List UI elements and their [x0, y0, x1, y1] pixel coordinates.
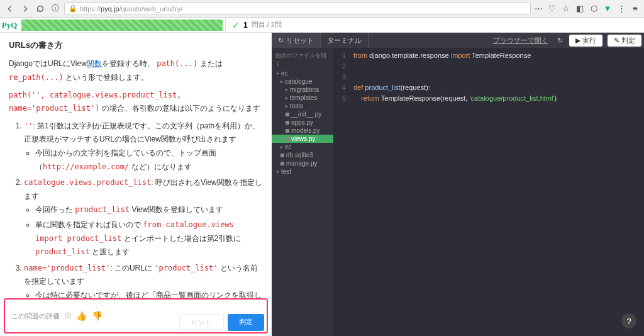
- tree-item-label: templates: [290, 94, 317, 101]
- help-fab[interactable]: ?: [621, 313, 636, 328]
- url-text: https://pyq.jp/quests/web_urls/try/: [80, 5, 182, 13]
- tree-folder[interactable]: ▸templates: [272, 94, 333, 102]
- editor-panel: ↻リセット ターミナル ブラウザーで開く ↻ ▶ 実行 ✎ 判定 始めのファイル…: [272, 33, 644, 336]
- tree-item-label: ec: [285, 143, 292, 150]
- ext-icon[interactable]: ▼: [602, 4, 613, 14]
- ext-icon[interactable]: ⋯: [533, 4, 543, 14]
- folder-icon: ▸: [277, 70, 279, 76]
- paragraph: DjangoではURLにView関数を登録する時、 path(...) または …: [9, 57, 263, 84]
- tree-item-label: catalogue: [285, 78, 312, 85]
- tree-item-label: test: [281, 168, 291, 175]
- ext-icon[interactable]: ⋮: [616, 4, 626, 14]
- tree-item-label: apps.py: [291, 119, 313, 126]
- reset-icon: ↻: [278, 36, 284, 45]
- check-icon: ✓: [232, 20, 240, 30]
- hint-button[interactable]: ヒント: [179, 314, 224, 331]
- link-view-func[interactable]: 関数: [87, 59, 102, 68]
- tree-folder[interactable]: ▸migrations: [272, 86, 333, 94]
- judge-button-top[interactable]: ✎ 判定: [608, 35, 641, 47]
- tree-folder[interactable]: ▸test: [272, 167, 333, 176]
- forward-button[interactable]: [19, 3, 31, 15]
- tree-folder[interactable]: ▸catalogue: [272, 77, 333, 86]
- judge-button[interactable]: 判定: [228, 314, 264, 331]
- progress-num: 1: [243, 21, 248, 30]
- folder-icon: ▸: [280, 79, 283, 84]
- tree-header: 始めのファイルを開く: [272, 50, 333, 69]
- code-editor[interactable]: 12345 from django.template.response impo…: [333, 48, 644, 336]
- instructions-panel: URLsの書き方 DjangoではURLにView関数を登録する時、 path(…: [0, 33, 272, 336]
- ext-icon[interactable]: ◧: [575, 4, 585, 14]
- tree-file[interactable]: db.sqlite3: [272, 151, 333, 159]
- tree-item-label: models.py: [291, 127, 320, 134]
- file-icon: [280, 162, 284, 165]
- reset-tab[interactable]: ↻リセット: [272, 33, 321, 48]
- tree-file[interactable]: __init__.py: [272, 110, 333, 118]
- section-title: URLsの書き方: [9, 38, 263, 52]
- ext-icon[interactable]: ♡: [547, 4, 557, 14]
- tree-item-label: migrations: [290, 86, 319, 93]
- file-icon: [286, 121, 289, 125]
- folder-icon: ▸: [286, 87, 288, 92]
- list-item: '': 第1引数は文字列か正規表現です。この文字列（pathを利用）か、正規表現…: [24, 120, 263, 174]
- refresh-icon[interactable]: ↻: [553, 36, 567, 45]
- file-icon: [286, 129, 289, 133]
- progress-status: ✓ 1 問目 / 2問: [225, 18, 288, 32]
- file-tree: 始めのファイルを開く ▸ec▸catalogue▸migrations▸temp…: [272, 48, 333, 336]
- file-icon: [286, 113, 289, 116]
- thumb-up-icon[interactable]: 👍: [76, 311, 87, 321]
- tree-file[interactable]: models.py: [272, 126, 333, 135]
- file-icon: [280, 154, 284, 157]
- open-browser-link[interactable]: ブラウザーで開く: [488, 36, 553, 45]
- progress-label: 問目 / 2問: [252, 20, 282, 30]
- thumb-down-icon[interactable]: 👎: [92, 311, 103, 321]
- extension-icons: ⋯ ♡ ☆ ◧ ⬡ ▼ ⋮ ≡: [533, 4, 640, 14]
- folder-icon: ▸: [286, 103, 288, 109]
- tree-item-label: tests: [290, 103, 303, 109]
- menu-button[interactable]: ≡: [630, 4, 640, 14]
- ext-icon[interactable]: ⬡: [589, 4, 599, 14]
- tree-file[interactable]: manage.py: [272, 159, 333, 167]
- tree-folder[interactable]: ▸tests: [272, 102, 333, 110]
- tree-item-label: db.sqlite3: [286, 152, 313, 159]
- tree-item-label: views.py: [291, 135, 315, 142]
- folder-icon: ▸: [277, 169, 279, 174]
- file-icon: [286, 137, 289, 141]
- tree-item-label: ec: [281, 70, 288, 77]
- tree-item-label: manage.py: [286, 160, 317, 167]
- app-header: PyQ ✓ 1 問目 / 2問: [0, 18, 644, 33]
- pyq-logo[interactable]: PyQ: [0, 20, 19, 30]
- feedback-label: この問題の評価: [11, 311, 60, 321]
- tree-folder[interactable]: ▸ec: [272, 143, 333, 151]
- tree-folder[interactable]: ▸ec: [272, 69, 333, 77]
- tree-item-label: __init__.py: [291, 111, 321, 118]
- list-item: catalogue.views.product_list: 呼び出されるView…: [24, 176, 263, 259]
- info-button[interactable]: ⓘ: [49, 3, 62, 15]
- info-icon[interactable]: ⓘ: [65, 311, 71, 320]
- quest-title-placeholder: [21, 20, 223, 31]
- tree-file[interactable]: views.py: [272, 135, 333, 143]
- lock-icon: 🔒: [69, 4, 77, 13]
- terminal-tab[interactable]: ターミナル: [321, 33, 369, 48]
- paragraph: path('', catalogue.views.product_list, n…: [9, 89, 263, 116]
- run-button[interactable]: ▶ 実行: [569, 35, 602, 47]
- reload-button[interactable]: [34, 3, 47, 15]
- folder-icon: ▸: [280, 144, 283, 150]
- back-button[interactable]: [4, 3, 16, 15]
- tree-file[interactable]: apps.py: [272, 118, 333, 126]
- browser-chrome: ⓘ 🔒 https://pyq.jp/quests/web_urls/try/ …: [0, 0, 644, 18]
- ext-icon[interactable]: ☆: [561, 4, 571, 14]
- folder-icon: ▸: [286, 95, 288, 101]
- url-bar[interactable]: 🔒 https://pyq.jp/quests/web_urls/try/: [64, 3, 531, 15]
